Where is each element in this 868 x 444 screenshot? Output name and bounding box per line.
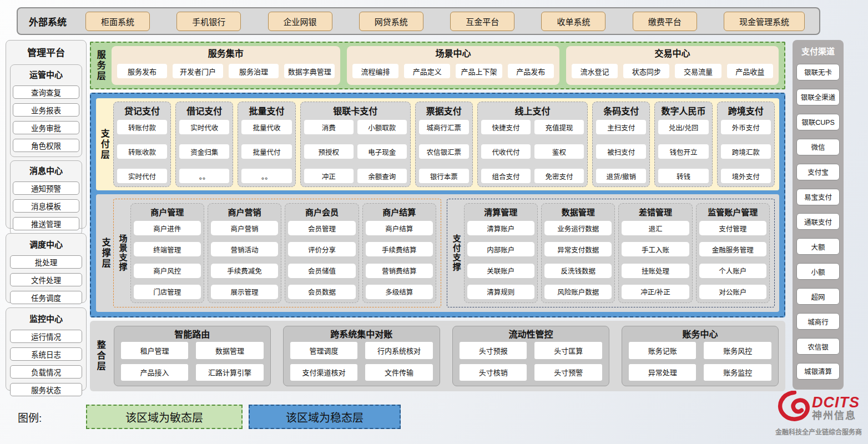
payment-channel-button[interactable]: 微信 xyxy=(796,139,840,155)
service-item-button[interactable]: 产品发布 xyxy=(508,64,554,78)
integration-item-button[interactable]: 租户管理 xyxy=(121,342,189,359)
integration-item-button[interactable]: 行内系统核对 xyxy=(365,342,433,359)
support-item-button[interactable]: 清算规则 xyxy=(467,285,534,299)
management-item-button[interactable]: 业务审批 xyxy=(13,121,79,134)
management-item-button[interactable]: 文件处理 xyxy=(10,273,82,286)
payment-channel-button[interactable]: 小额 xyxy=(796,263,840,280)
support-item-button[interactable]: 业务运行数据 xyxy=(544,221,612,235)
support-item-button[interactable]: 终端管理 xyxy=(134,242,201,256)
support-item-button[interactable]: 反洗钱数据 xyxy=(544,264,612,278)
service-item-button[interactable]: 服务发布 xyxy=(117,64,168,78)
payment-item-button[interactable]: 小额取款 xyxy=(357,120,407,134)
payment-item-button[interactable]: 实时代收 xyxy=(179,120,229,134)
integration-item-button[interactable]: 支付渠道核对 xyxy=(290,364,358,381)
service-item-button[interactable]: 产品收益 xyxy=(727,64,773,78)
service-item-button[interactable]: 状态同步 xyxy=(623,64,669,78)
payment-item-button[interactable]: 代收代付 xyxy=(481,144,531,159)
service-item-button[interactable]: 流程编排 xyxy=(352,64,398,78)
integration-item-button[interactable]: 头寸匡算 xyxy=(534,342,602,359)
management-item-button[interactable]: 任务调度 xyxy=(10,291,82,304)
integration-item-button[interactable]: 账务记账 xyxy=(629,342,697,359)
support-item-button[interactable]: 营销活动 xyxy=(211,242,278,256)
support-item-button[interactable]: 会员储值 xyxy=(288,264,355,278)
management-item-button[interactable]: 通知预警 xyxy=(13,181,79,195)
service-item-button[interactable]: 开发者门户 xyxy=(173,64,223,78)
payment-channel-button[interactable]: 农信银 xyxy=(796,338,840,355)
support-item-button[interactable]: 商户风控 xyxy=(134,264,201,278)
payment-item-button[interactable]: 转账付款 xyxy=(117,120,167,134)
payment-item-button[interactable]: 预授权 xyxy=(304,144,354,159)
integration-item-button[interactable]: 头寸预报 xyxy=(460,342,527,359)
payment-channel-button[interactable]: 城银清算 xyxy=(796,363,840,380)
service-item-button[interactable]: 服务治理 xyxy=(229,64,279,78)
support-item-button[interactable]: 对公账户 xyxy=(699,285,766,299)
support-item-button[interactable]: 关联账户 xyxy=(467,264,534,278)
integration-item-button[interactable]: 账务监控 xyxy=(704,364,771,381)
payment-item-button[interactable]: 免密支付 xyxy=(534,169,584,183)
payment-item-button[interactable]: 转账收款 xyxy=(117,144,167,159)
support-item-button[interactable]: 个人账户 xyxy=(699,264,766,278)
integration-item-button[interactable]: 管理调度 xyxy=(290,342,358,359)
support-item-button[interactable]: 退汇 xyxy=(622,221,689,235)
payment-channel-button[interactable]: 超网 xyxy=(796,288,840,305)
payment-item-button[interactable]: 被扫支付 xyxy=(596,144,646,159)
external-system-button[interactable]: 柜面系统 xyxy=(85,12,150,31)
support-item-button[interactable]: 支付管理 xyxy=(699,221,766,235)
payment-item-button[interactable]: 银行本票 xyxy=(419,169,469,183)
payment-item-button[interactable]: 跨境汇款 xyxy=(721,144,771,159)
service-item-button[interactable]: 流水登记 xyxy=(572,64,618,78)
support-item-button[interactable]: 会员管理 xyxy=(288,221,355,235)
support-item-button[interactable]: 商户营销 xyxy=(211,221,278,235)
integration-item-button[interactable]: 头寸预警 xyxy=(534,364,602,381)
management-item-button[interactable]: 系统日志 xyxy=(10,347,82,361)
payment-channel-button[interactable]: 通联支付 xyxy=(796,213,840,230)
management-item-button[interactable]: 角色权限 xyxy=(13,139,79,152)
integration-item-button[interactable]: 账务风控 xyxy=(704,342,771,359)
external-system-button[interactable]: 企业网银 xyxy=(268,12,332,31)
support-item-button[interactable]: 多级结算 xyxy=(366,285,433,299)
support-item-button[interactable]: 风险账户数据 xyxy=(544,285,612,299)
service-item-button[interactable]: 数据字典管理 xyxy=(284,64,335,78)
integration-item-button[interactable]: 汇路计算引擎 xyxy=(196,364,264,381)
support-item-button[interactable]: 挂账处理 xyxy=(622,264,689,278)
payment-channel-button[interactable]: 大额 xyxy=(796,238,840,255)
payment-item-button[interactable]: 余额查询 xyxy=(357,169,407,183)
management-item-button[interactable]: 业务报表 xyxy=(13,103,79,117)
support-item-button[interactable]: 手工入账 xyxy=(622,242,689,256)
management-item-button[interactable]: 服务状态 xyxy=(10,383,82,396)
support-item-button[interactable]: 手续费结算 xyxy=(366,242,433,256)
external-system-button[interactable]: 互金平台 xyxy=(450,12,514,31)
integration-item-button[interactable]: 文件传输 xyxy=(365,364,433,381)
external-system-button[interactable]: 收单系统 xyxy=(541,12,605,31)
payment-item-button[interactable]: 农信银汇票 xyxy=(419,144,469,159)
payment-channel-button[interactable]: 银联全渠道 xyxy=(796,89,840,105)
support-item-button[interactable]: 冲正/补正 xyxy=(622,285,689,299)
payment-item-button[interactable]: 电子现金 xyxy=(357,144,407,159)
integration-item-button[interactable]: 产品接入 xyxy=(121,364,189,381)
payment-item-button[interactable]: 钱包开立 xyxy=(658,144,708,159)
management-item-button[interactable]: 查询查复 xyxy=(13,85,79,99)
management-item-button[interactable]: 运行情况 xyxy=(10,330,82,343)
payment-item-button[interactable]: 城商行汇票 xyxy=(419,120,469,134)
support-item-button[interactable]: 门店管理 xyxy=(134,285,201,299)
support-item-button[interactable]: 异常支付数据 xyxy=(544,242,612,256)
service-item-button[interactable]: 产品定义 xyxy=(404,64,450,78)
integration-item-button[interactable]: 异常处理 xyxy=(629,364,697,381)
payment-item-button[interactable]: 鉴权 xyxy=(534,144,584,159)
support-item-button[interactable]: 商户结算 xyxy=(366,221,433,235)
payment-item-button[interactable]: 转钱 xyxy=(658,169,708,183)
payment-item-button[interactable]: 冲正 xyxy=(304,169,354,183)
payment-item-button[interactable]: 快捷支付 xyxy=(481,120,531,134)
payment-item-button[interactable]: 。。 xyxy=(179,169,229,183)
payment-item-button[interactable]: 组合支付 xyxy=(481,169,531,183)
support-item-button[interactable]: 内部账户 xyxy=(467,242,534,256)
payment-item-button[interactable]: 批量代付 xyxy=(241,144,291,159)
support-item-button[interactable]: 手续费减免 xyxy=(211,264,278,278)
payment-channel-button[interactable]: 城商行 xyxy=(796,313,840,330)
integration-item-button[interactable]: 头寸核销 xyxy=(460,364,527,381)
management-item-button[interactable]: 推送管理 xyxy=(13,217,79,230)
management-item-button[interactable]: 消息模板 xyxy=(13,199,79,213)
service-item-button[interactable]: 产品上下架 xyxy=(456,64,502,78)
payment-item-button[interactable]: 批量代收 xyxy=(241,120,291,134)
support-item-button[interactable]: 商户进件 xyxy=(134,221,201,235)
